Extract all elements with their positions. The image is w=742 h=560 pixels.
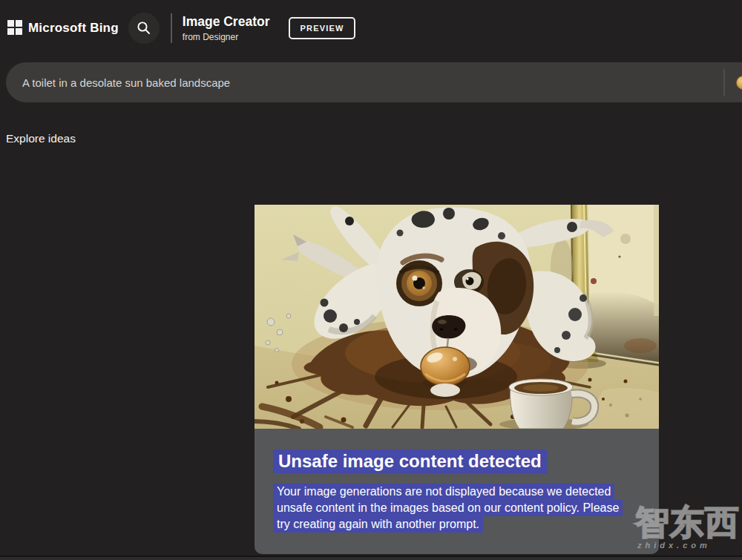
- unsafe-body-line: try creating again with another prompt.: [273, 516, 483, 533]
- prompt-bar[interactable]: [6, 62, 742, 102]
- preview-badge: PREVIEW: [289, 17, 355, 39]
- unsafe-body: Your image generations are not displayed…: [273, 484, 623, 533]
- prompt-bar-divider: [723, 69, 725, 96]
- app-title: Image Creator: [183, 14, 270, 30]
- unsafe-body-line: Your image generations are not displayed…: [273, 484, 614, 500]
- header-divider: [171, 13, 172, 43]
- brand-title[interactable]: Microsoft Bing: [28, 21, 119, 36]
- microsoft-logo-icon[interactable]: [7, 20, 23, 36]
- top-header: Microsoft Bing Image Creator from Design…: [0, 0, 742, 56]
- logo-square: [7, 20, 14, 27]
- unsafe-content-card: Unsafe image content detected Your image…: [255, 205, 659, 554]
- prompt-input[interactable]: [22, 62, 690, 102]
- app-title-link[interactable]: Image Creator from Designer: [183, 14, 270, 42]
- next-section-edge: [0, 556, 742, 560]
- unsafe-message-block: Unsafe image content detected Your image…: [273, 449, 623, 533]
- app-subtitle: from Designer: [183, 32, 270, 42]
- explore-ideas-link[interactable]: Explore ideas: [6, 132, 76, 145]
- logo-square: [7, 28, 14, 35]
- search-button[interactable]: [128, 13, 160, 44]
- logo-square: [16, 20, 22, 27]
- logo-square: [16, 28, 22, 35]
- generated-artwork-image: [255, 205, 659, 429]
- unsafe-heading: Unsafe image content detected: [273, 449, 547, 473]
- unsafe-body-line: unsafe content in the images based on ou…: [273, 500, 623, 516]
- magnifying-glass-icon: [137, 21, 151, 35]
